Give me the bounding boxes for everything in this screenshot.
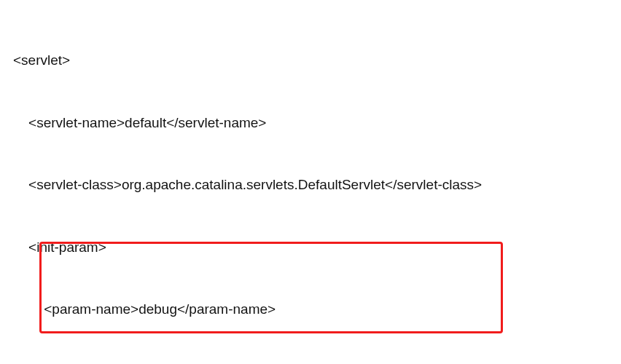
code-line: <servlet-class>org.apache.catalina.servl… — [13, 175, 608, 196]
code-line: <servlet> — [13, 50, 608, 71]
code-line: <param-name>debug</param-name> — [13, 299, 608, 320]
xml-code-block: <servlet> <servlet-name>default</servlet… — [13, 9, 608, 364]
code-line: <param-value>0</param-value> — [13, 362, 608, 365]
code-line: <init-param> — [13, 237, 608, 258]
code-line: <servlet-name>default</servlet-name> — [13, 113, 608, 134]
